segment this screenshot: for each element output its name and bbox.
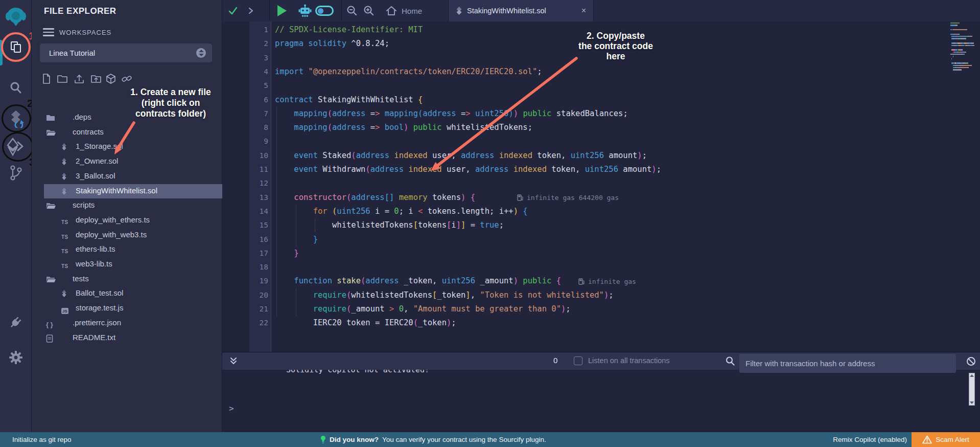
tree-item-label: .deps (73, 113, 91, 121)
line-number: 1 (249, 23, 268, 37)
tree-item-scripts[interactable]: scripts (32, 198, 222, 213)
workspaces-menu-icon[interactable] (43, 28, 54, 36)
code-line-22[interactable]: 22 IERC20 token = IERC20(_token); (222, 316, 980, 330)
settings-gear-icon[interactable] (0, 350, 32, 365)
plugin-manager-icon[interactable] (0, 315, 32, 330)
tab-staking-with-whitelist[interactable]: StakingWithWhitelist.sol × (448, 0, 594, 21)
tree-item-stakingwithwhitelist-sol[interactable]: StakingWithWhitelist.sol (44, 184, 222, 199)
chevron-right-icon[interactable] (247, 0, 254, 21)
upload-folder-icon[interactable] (90, 73, 102, 84)
tree-item-ballot-test-sol[interactable]: Ballot_test.sol (32, 286, 222, 301)
code-text: mapping(address => mapping(address => ui… (275, 107, 628, 121)
code-line-1[interactable]: 1// SPDX-License-Identifier: MIT (222, 23, 980, 37)
line-number: 20 (249, 288, 268, 302)
tree-item-deploy-with-web3-ts[interactable]: TSdeploy_with_web3.ts (32, 228, 222, 243)
tree-item--deps[interactable]: .deps (32, 110, 222, 125)
tree-item-1-storage-sol[interactable]: 1_Storage.sol (32, 140, 222, 154)
tip-bold-text: Did you know? (330, 436, 379, 443)
code-text: IERC20 token = IERC20(_token); (275, 316, 456, 330)
minimap-line (950, 67, 969, 68)
collapse-terminal-icon[interactable] (229, 357, 238, 365)
code-line-14[interactable]: 14 for (uint256 i = 0; i < tokens.length… (222, 205, 980, 218)
code-line-9[interactable]: 9 (222, 135, 980, 148)
tree-item-2-owner-sol[interactable]: 2_Owner.sol (32, 154, 222, 169)
tree-item-tests[interactable]: tests (32, 272, 222, 287)
code-line-5[interactable]: 5 (222, 79, 980, 93)
transaction-filter-input[interactable] (739, 354, 956, 373)
solidity-compiler-icon[interactable] (0, 109, 32, 128)
copilot-toggle[interactable] (315, 0, 334, 21)
code-line-20[interactable]: 20 require(whitelistedTokens[_token], "T… (222, 288, 980, 302)
git-icon[interactable] (0, 165, 32, 181)
workspace-name: Linea Tutorial (49, 49, 196, 57)
init-git-repo-button[interactable]: Initialize as git repo (12, 432, 72, 447)
code-line-21[interactable]: 21 require(_amount > 0, "Amount must be … (222, 302, 980, 316)
remix-logo[interactable] (0, 5, 32, 29)
home-tab-label: Home (402, 7, 422, 15)
tree-item--prettierrc-json[interactable]: { }.prettierrc.json (32, 316, 222, 331)
saved-check-icon[interactable] (228, 0, 238, 21)
tree-item-readme-txt[interactable]: README.txt (32, 331, 222, 346)
code-line-3[interactable]: 3 (222, 51, 980, 65)
file-explorer-panel: FILE EXPLORER WORKSPACES Linea Tutorial (32, 0, 222, 432)
code-text: for (uint256 i = 0; i < tokens.length; i… (275, 205, 528, 218)
code-line-18[interactable]: 18 (222, 260, 980, 274)
minimap-line (950, 42, 973, 43)
code-line-6[interactable]: 6contract StakingWithWhitelist { (222, 93, 980, 107)
tree-item-ethers-lib-ts[interactable]: TSethers-lib.ts (32, 242, 222, 257)
terminal-search-icon[interactable] (725, 356, 735, 366)
home-icon (386, 6, 397, 16)
code-line-16[interactable]: 16 } (222, 233, 980, 247)
tree-item-storage-test-js[interactable]: JSstorage.test.js (32, 301, 222, 316)
file-explorer-icon[interactable] (0, 40, 32, 54)
code-editor[interactable]: 1// SPDX-License-Identifier: MIT2pragma … (222, 21, 980, 352)
tree-item-web3-lib-ts[interactable]: TSweb3-lib.ts (32, 257, 222, 272)
terminal-prompt[interactable]: > (229, 404, 234, 413)
ts-icon: TS (61, 246, 68, 255)
upload-file-icon[interactable] (74, 73, 85, 84)
tree-item-3-ballot-sol[interactable]: 3_Ballot.sol (32, 169, 222, 184)
tab-close-icon[interactable]: × (581, 7, 586, 15)
zoom-out-icon[interactable] (346, 0, 358, 21)
code-line-11[interactable]: 11 event Withdrawn(address indexed user,… (222, 163, 980, 176)
ai-robot-icon[interactable] (298, 0, 312, 21)
new-file-icon[interactable] (41, 73, 52, 84)
code-line-12[interactable]: 12 (222, 176, 980, 190)
code-line-2[interactable]: 2pragma solidity ^0.8.24; (222, 37, 980, 51)
terminal-scrollbar[interactable] (969, 373, 975, 406)
listen-all-checkbox[interactable] (574, 356, 582, 365)
ts-icon: TS (61, 232, 68, 241)
new-folder-icon[interactable] (57, 73, 68, 84)
workspace-selector[interactable]: Linea Tutorial (40, 43, 212, 62)
tab-home[interactable]: Home (386, 0, 422, 21)
code-line-7[interactable]: 7 mapping(address => mapping(address => … (222, 107, 980, 121)
search-icon[interactable] (0, 81, 32, 95)
minimap-line (950, 56, 953, 57)
line-number: 16 (249, 233, 268, 247)
code-line-10[interactable]: 10 event Staked(address indexed user, ad… (222, 149, 980, 163)
tree-item-contracts[interactable]: contracts (32, 125, 222, 140)
tree-item-deploy-with-ethers-ts[interactable]: TSdeploy_with_ethers.ts (32, 213, 222, 228)
zoom-in-icon[interactable] (363, 0, 375, 21)
link-icon[interactable] (121, 73, 132, 84)
line-number: 15 (249, 218, 268, 232)
code-line-4[interactable]: 4import "@openzeppelin/contracts/token/E… (222, 65, 980, 79)
tree-item-label: deploy_with_web3.ts (76, 230, 147, 239)
clear-filter-icon[interactable] (966, 356, 976, 366)
tree-item-label: Ballot_test.sol (76, 288, 123, 297)
tree-item-label: 2_Owner.sol (76, 157, 118, 165)
code-line-17[interactable]: 17 } (222, 247, 980, 260)
minimap-line (950, 29, 967, 30)
copilot-status-button[interactable]: Remix Copilot (enabled) (833, 432, 907, 447)
listen-all-label[interactable]: Listen on all transactions (588, 356, 670, 365)
deploy-run-icon[interactable] (0, 137, 32, 157)
line-number: 4 (249, 65, 268, 79)
code-line-15[interactable]: 15 whitelistedTokens[tokens[i]] = true; (222, 218, 980, 232)
code-text: event Staked(address indexed user, addre… (275, 149, 647, 163)
folder-closed-icon (46, 114, 55, 121)
run-script-button[interactable] (277, 0, 287, 21)
cube-icon[interactable] (105, 73, 116, 84)
did-you-know-tip: Did you know? You can verify your contra… (320, 432, 546, 447)
scam-alert-button[interactable]: Scam Alert (912, 432, 980, 447)
code-line-8[interactable]: 8 mapping(address => bool) public whitel… (222, 121, 980, 135)
